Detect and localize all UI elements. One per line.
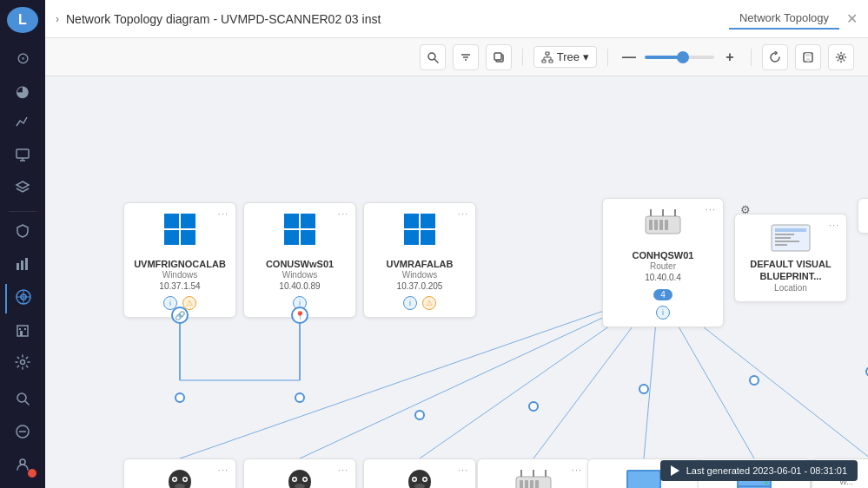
- svg-line-22: [434, 59, 438, 63]
- svg-rect-0: [17, 149, 29, 158]
- svg-rect-77: [775, 228, 806, 232]
- node-menu-conuswws01[interactable]: ···: [338, 208, 348, 219]
- node-menu-conhqfw01[interactable]: ···: [572, 465, 582, 475]
- sidebar-item-home[interactable]: ⊙: [5, 43, 40, 73]
- tree-chevron-icon: ▾: [583, 50, 589, 63]
- zoom-in-button[interactable]: +: [719, 47, 740, 68]
- sidebar-item-layers[interactable]: [5, 175, 40, 204]
- svg-point-98: [424, 478, 427, 481]
- settings-icon: [15, 354, 30, 374]
- svg-point-15: [21, 360, 25, 365]
- node-name-conhqsw01: CONHQSW01: [612, 249, 714, 261]
- node-linux1[interactable]: ··· 10.40.0.70 Linux 10.40.0.70 i ⚠: [123, 458, 236, 488]
- svg-rect-70: [654, 220, 658, 230]
- svg-point-86: [184, 478, 187, 481]
- sidebar-item-user[interactable]: [5, 452, 40, 481]
- svg-rect-71: [659, 220, 663, 230]
- node-menu-conhqsw01[interactable]: ···: [706, 204, 716, 214]
- svg-rect-28: [546, 52, 549, 55]
- link-badge-uvmfrignocalab: 🔗: [171, 307, 189, 324]
- tree-dropdown[interactable]: Tree ▾: [533, 46, 597, 68]
- svg-rect-60: [284, 214, 299, 228]
- zoom-controls: — +: [619, 47, 740, 68]
- svg-rect-6: [25, 258, 28, 270]
- refresh-button[interactable]: [762, 44, 788, 70]
- copy-button[interactable]: [486, 44, 512, 70]
- main-content: › Network Topology diagram - UVMPD-SCANN…: [45, 0, 868, 488]
- svg-point-38: [839, 56, 843, 59]
- node-badges-uvmrafalab: i ⚠: [373, 296, 467, 310]
- svg-rect-109: [628, 472, 659, 488]
- sidebar-item-chart[interactable]: [5, 109, 40, 139]
- node-zorlwsg3[interactable]: ··· ZORLWS03.zorin.io cal Linux 10.40.0.…: [363, 458, 476, 488]
- node-menu-uvmfrignocalab[interactable]: ···: [218, 208, 229, 219]
- node-uvmfrignocalab[interactable]: ··· UVMFRIGNOCALAB Windows 10.37.1.54 i …: [123, 202, 236, 318]
- search-icon: [15, 391, 30, 411]
- topbar: › Network Topology diagram - UVMPD-SCANN…: [45, 0, 868, 38]
- settings-button[interactable]: [828, 44, 854, 70]
- sidebar-item-monitor[interactable]: [5, 142, 40, 172]
- node-conhqsw01[interactable]: ··· CONHQSW01 Router 10.40.0.4 4 i: [602, 198, 724, 327]
- svg-rect-57: [181, 214, 195, 228]
- node-ip-uvmfrignocalab: 10.37.1.54: [133, 281, 227, 291]
- router-icon: [612, 208, 714, 246]
- zoom-slider[interactable]: [645, 56, 714, 59]
- svg-rect-56: [164, 214, 179, 228]
- svg-rect-59: [181, 230, 195, 245]
- node-partial-right: FAB W...: [858, 198, 868, 234]
- svg-rect-30: [549, 60, 553, 63]
- svg-rect-58: [164, 230, 179, 245]
- sidebar-item-dashboard[interactable]: ◕: [5, 76, 40, 106]
- sidebar-item-shield[interactable]: [5, 219, 40, 248]
- svg-rect-65: [421, 214, 435, 228]
- svg-point-92: [304, 478, 307, 481]
- svg-rect-61: [301, 214, 315, 228]
- node-menu-cybusrv02[interactable]: ···: [338, 465, 348, 475]
- node-uvmrafalab[interactable]: ··· UVMRAFALAB Windows 10.37.0.205 i ⚠: [363, 202, 476, 318]
- node-conhqfw01[interactable]: ··· CONHQFw01.conto so.local Router 10.4…: [477, 458, 590, 488]
- sidebar-item-analytics[interactable]: [5, 252, 40, 281]
- sidebar-logo[interactable]: L: [7, 7, 38, 33]
- count-badge-conhqsw01: 4: [653, 289, 673, 300]
- filter-button[interactable]: [453, 44, 479, 70]
- building-icon: [15, 322, 30, 342]
- chart-icon: [15, 114, 30, 134]
- node-ip-uvmrafalab: 10.37.0.205: [373, 281, 467, 291]
- info-badge-4: i: [656, 306, 670, 320]
- node-cybusrv02[interactable]: ··· CYBUSRV02 Linux 10.40.1.38 i: [243, 458, 356, 488]
- svg-rect-72: [665, 220, 668, 230]
- svg-rect-78: [775, 234, 794, 235]
- save-button[interactable]: [795, 44, 821, 70]
- svg-line-17: [25, 401, 29, 405]
- node-menu-zorlwsg3[interactable]: ···: [458, 465, 468, 475]
- sidebar-item-search[interactable]: [5, 386, 40, 416]
- breadcrumb-chevron[interactable]: ›: [56, 13, 59, 25]
- sidebar-item-support[interactable]: [5, 419, 40, 448]
- support-icon: [15, 424, 30, 444]
- node-menu-uvmrafalab[interactable]: ···: [458, 208, 468, 219]
- windows-icon-2: [253, 212, 347, 254]
- network-topology-tab[interactable]: Network Topology: [729, 8, 839, 30]
- dashboard-icon: ◕: [16, 82, 30, 101]
- sidebar-item-network[interactable]: [5, 284, 40, 313]
- sidebar-item-settings[interactable]: [5, 350, 40, 379]
- svg-rect-62: [284, 230, 299, 245]
- close-button[interactable]: ✕: [846, 10, 858, 27]
- node-conuswws01[interactable]: ··· CONUSWwS01 Windows 10.40.0.89 i 📍: [243, 202, 356, 318]
- zoom-out-button[interactable]: —: [619, 47, 639, 68]
- info-badge-3: i: [403, 296, 417, 310]
- svg-marker-3: [17, 181, 29, 188]
- layers-icon: [15, 180, 30, 200]
- svg-rect-27: [494, 53, 501, 60]
- svg-rect-66: [404, 230, 419, 245]
- node-menu-linux1[interactable]: ···: [218, 465, 229, 475]
- svg-rect-36: [805, 53, 811, 56]
- node-blueprint[interactable]: ··· DEFAULT VISUAL BLUEPRINT... Location: [734, 214, 847, 302]
- svg-point-91: [294, 478, 296, 481]
- search-button[interactable]: [420, 44, 446, 70]
- sidebar-divider-1: [9, 211, 36, 212]
- linux-icon-2: [253, 468, 347, 488]
- sidebar-item-building[interactable]: [5, 317, 40, 346]
- play-icon: [671, 465, 679, 476]
- router-icon-2: [487, 468, 580, 488]
